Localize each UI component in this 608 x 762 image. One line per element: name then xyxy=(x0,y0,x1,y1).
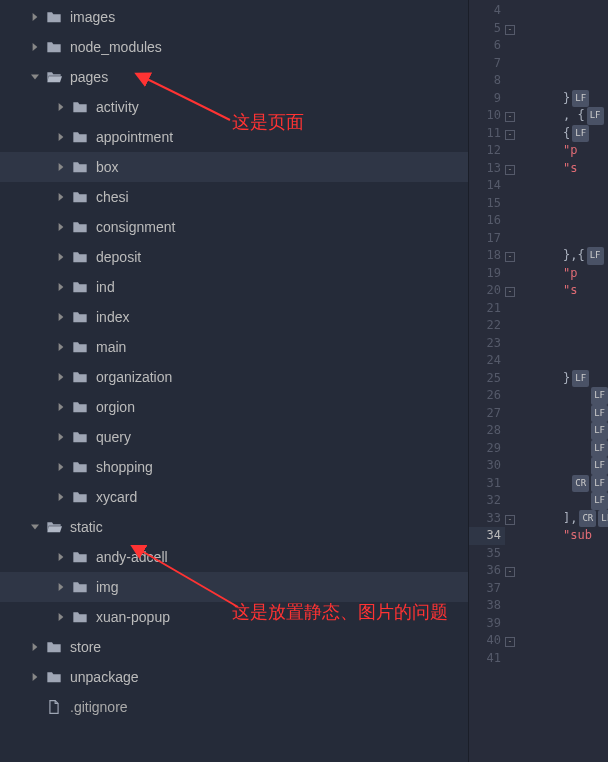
code-line[interactable] xyxy=(523,615,608,633)
tree-item-consignment[interactable]: consignment xyxy=(0,212,468,242)
code-line[interactable]: LF xyxy=(523,387,608,405)
tree-item-box[interactable]: box xyxy=(0,152,468,182)
tree-item-organization[interactable]: organization xyxy=(0,362,468,392)
code-line[interactable]: "s xyxy=(523,160,608,178)
code-editor[interactable]: 4567891011121314151617181920212223242526… xyxy=(468,0,608,762)
tree-item-static[interactable]: static xyxy=(0,512,468,542)
code-line[interactable] xyxy=(523,177,608,195)
tree-item-orgion[interactable]: orgion xyxy=(0,392,468,422)
chevron-down-icon[interactable] xyxy=(30,72,40,82)
code-line[interactable] xyxy=(523,2,608,20)
code-line[interactable] xyxy=(523,195,608,213)
code-content[interactable]: }LF, {LF{LF"p"s},{LF"p"s}LFLFLFLFLFLFCRL… xyxy=(523,0,608,762)
tree-item-xycard[interactable]: xycard xyxy=(0,482,468,512)
chevron-right-icon[interactable] xyxy=(56,552,66,562)
code-line[interactable]: CRLF xyxy=(523,475,608,493)
chevron-right-icon[interactable] xyxy=(56,312,66,322)
fold-marker[interactable]: - xyxy=(505,107,523,125)
code-line[interactable] xyxy=(523,562,608,580)
tree-item-unpackage[interactable]: unpackage xyxy=(0,662,468,692)
tree-item--gitignore[interactable]: .gitignore xyxy=(0,692,468,722)
tree-item-xuan-popup[interactable]: xuan-popup xyxy=(0,602,468,632)
code-line[interactable] xyxy=(523,300,608,318)
code-line[interactable]: "p xyxy=(523,142,608,160)
chevron-right-icon[interactable] xyxy=(56,252,66,262)
tree-item-store[interactable]: store xyxy=(0,632,468,662)
code-line[interactable]: },{LF xyxy=(523,247,608,265)
code-line[interactable] xyxy=(523,55,608,73)
code-line[interactable] xyxy=(523,212,608,230)
tree-item-main[interactable]: main xyxy=(0,332,468,362)
code-line[interactable] xyxy=(523,335,608,353)
code-line[interactable]: }LF xyxy=(523,90,608,108)
fold-marker[interactable]: - xyxy=(505,510,523,528)
code-line[interactable] xyxy=(523,580,608,598)
tree-item-node-modules[interactable]: node_modules xyxy=(0,32,468,62)
code-line[interactable]: ],CRLF xyxy=(523,510,608,528)
code-line[interactable]: , {LF xyxy=(523,107,608,125)
fold-marker xyxy=(505,370,523,388)
tree-item-img[interactable]: img xyxy=(0,572,468,602)
code-line[interactable]: LF xyxy=(523,422,608,440)
chevron-right-icon[interactable] xyxy=(56,162,66,172)
fold-marker[interactable]: - xyxy=(505,282,523,300)
chevron-right-icon[interactable] xyxy=(56,402,66,412)
chevron-right-icon[interactable] xyxy=(56,372,66,382)
chevron-right-icon[interactable] xyxy=(56,612,66,622)
code-line[interactable] xyxy=(523,597,608,615)
tree-item-deposit[interactable]: deposit xyxy=(0,242,468,272)
chevron-right-icon[interactable] xyxy=(56,432,66,442)
fold-marker xyxy=(505,650,523,668)
tree-item-chesi[interactable]: chesi xyxy=(0,182,468,212)
chevron-right-icon[interactable] xyxy=(56,582,66,592)
code-line[interactable] xyxy=(523,317,608,335)
tree-item-pages[interactable]: pages xyxy=(0,62,468,92)
fold-marker[interactable]: - xyxy=(505,562,523,580)
code-line[interactable]: LF xyxy=(523,440,608,458)
code-line[interactable] xyxy=(523,37,608,55)
tree-item-query[interactable]: query xyxy=(0,422,468,452)
code-line[interactable] xyxy=(523,230,608,248)
code-line[interactable]: }LF xyxy=(523,370,608,388)
chevron-right-icon[interactable] xyxy=(56,102,66,112)
tree-item-andy-adcell[interactable]: andy-adcell xyxy=(0,542,468,572)
tree-item-images[interactable]: images xyxy=(0,2,468,32)
code-line[interactable] xyxy=(523,545,608,563)
code-line[interactable]: {LF xyxy=(523,125,608,143)
tree-item-index[interactable]: index xyxy=(0,302,468,332)
tree-item-appointment[interactable]: appointment xyxy=(0,122,468,152)
chevron-down-icon[interactable] xyxy=(30,522,40,532)
folder-icon xyxy=(46,669,62,685)
chevron-right-icon[interactable] xyxy=(30,672,40,682)
code-line[interactable]: LF xyxy=(523,457,608,475)
code-line[interactable] xyxy=(523,650,608,668)
fold-marker[interactable]: - xyxy=(505,125,523,143)
chevron-right-icon[interactable] xyxy=(56,222,66,232)
chevron-right-icon[interactable] xyxy=(56,492,66,502)
code-line[interactable] xyxy=(523,20,608,38)
fold-marker[interactable]: - xyxy=(505,247,523,265)
code-line[interactable]: "s xyxy=(523,282,608,300)
code-line[interactable]: "p xyxy=(523,265,608,283)
chevron-right-icon[interactable] xyxy=(56,462,66,472)
code-line[interactable] xyxy=(523,72,608,90)
fold-marker[interactable]: - xyxy=(505,20,523,38)
chevron-right-icon[interactable] xyxy=(56,132,66,142)
fold-marker[interactable]: - xyxy=(505,632,523,650)
chevron-right-icon[interactable] xyxy=(56,192,66,202)
code-line[interactable] xyxy=(523,632,608,650)
chevron-right-icon[interactable] xyxy=(56,282,66,292)
chevron-right-icon[interactable] xyxy=(30,12,40,22)
code-line[interactable]: LF xyxy=(523,405,608,423)
chevron-right-icon[interactable] xyxy=(30,642,40,652)
tree-item-activity[interactable]: activity xyxy=(0,92,468,122)
code-line[interactable]: "sub xyxy=(523,527,608,545)
chevron-right-icon[interactable] xyxy=(56,342,66,352)
tree-item-ind[interactable]: ind xyxy=(0,272,468,302)
chevron-right-icon[interactable] xyxy=(30,42,40,52)
tree-item-shopping[interactable]: shopping xyxy=(0,452,468,482)
fold-marker[interactable]: - xyxy=(505,160,523,178)
code-line[interactable]: LF xyxy=(523,492,608,510)
fold-gutter[interactable]: --------- xyxy=(505,0,523,762)
code-line[interactable] xyxy=(523,352,608,370)
